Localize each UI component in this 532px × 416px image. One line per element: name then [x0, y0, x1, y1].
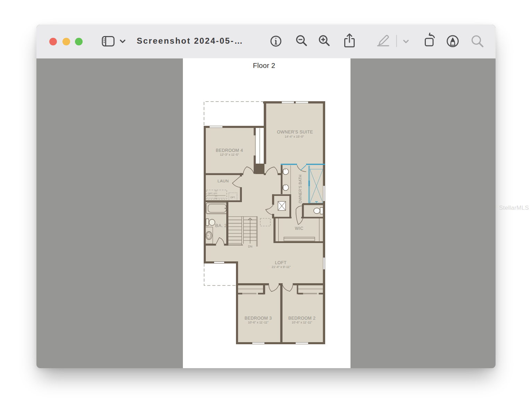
svg-text:LAUN: LAUN [218, 179, 229, 183]
svg-text:OPT.: OPT. [230, 196, 236, 199]
svg-text:DN: DN [248, 245, 252, 248]
svg-text:LOFT: LOFT [275, 260, 287, 265]
svg-text:12'-3" x 11'-5": 12'-3" x 11'-5" [220, 153, 239, 156]
svg-text:21'-4" x 9'-11": 21'-4" x 9'-11" [272, 265, 291, 269]
svg-text:BEDROOM 3: BEDROOM 3 [245, 316, 272, 321]
svg-text:BEDROOM 2: BEDROOM 2 [288, 316, 316, 321]
svg-text:10'-6" x 11'-11": 10'-6" x 11'-11" [292, 321, 312, 324]
svg-text:14'-4" x 15'-0": 14'-4" x 15'-0" [285, 135, 304, 138]
svg-text:OPT. II: OPT. II [208, 192, 215, 195]
svg-text:OWNER'S BATH: OWNER'S BATH [298, 175, 302, 203]
svg-text:BEDROOM 4: BEDROOM 4 [216, 148, 243, 153]
svg-text:WIC: WIC [295, 226, 304, 231]
svg-text:BA. 2: BA. 2 [215, 223, 227, 228]
svg-text:Floor 2: Floor 2 [253, 62, 275, 69]
svg-text:OWNER'S SUITE: OWNER'S SUITE [277, 130, 313, 135]
svg-text:10'-6" x 11'-11": 10'-6" x 11'-11" [248, 321, 268, 324]
